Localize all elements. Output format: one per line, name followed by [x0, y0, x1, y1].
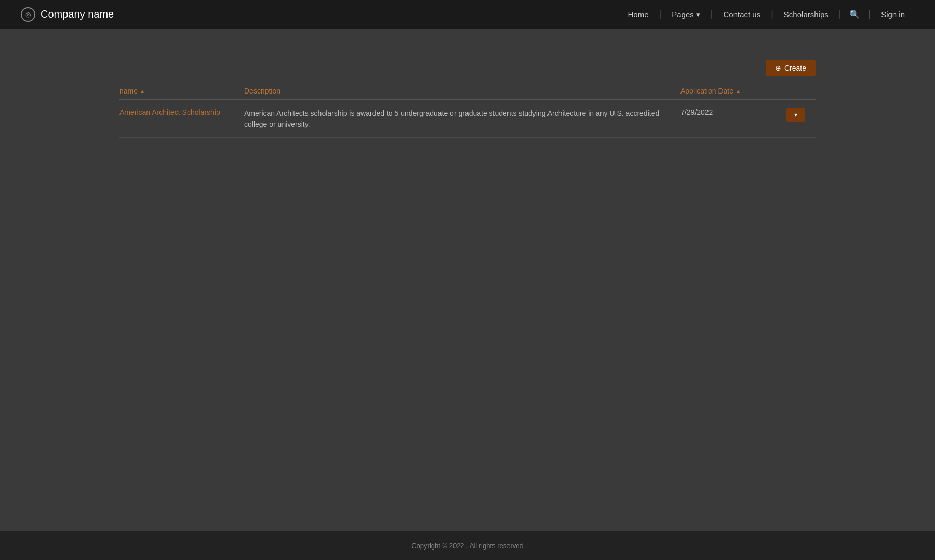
- nav-separator-5: |: [867, 9, 872, 20]
- sort-icon-name: ▲: [140, 88, 145, 94]
- nav-item-scholarships: Scholarships: [774, 10, 838, 19]
- nav-separator-1: |: [658, 9, 663, 20]
- sort-icon-date: ▲: [736, 88, 741, 94]
- nav-item-search: 🔍: [842, 9, 867, 19]
- nav-separator-4: |: [838, 9, 843, 20]
- signin-link[interactable]: Sign in: [872, 10, 914, 19]
- search-icon[interactable]: 🔍: [842, 9, 867, 19]
- nav-separator-2: |: [710, 9, 714, 20]
- scholarship-action-cell: ▾: [784, 108, 816, 122]
- scholarship-date-cell: 7/29/2022: [680, 108, 784, 116]
- column-header-actions: [784, 87, 816, 95]
- brand-name: Company name: [41, 8, 114, 20]
- create-button[interactable]: ⊕ Create: [766, 60, 816, 76]
- row-dropdown-button[interactable]: ▾: [786, 108, 805, 122]
- scholarship-description-cell: American Architects scholarship is award…: [244, 108, 680, 130]
- chevron-down-icon: ▾: [696, 10, 700, 19]
- main-content: ⊕ Create name ▲ Description Application …: [0, 29, 935, 506]
- column-header-description: Description: [244, 87, 680, 95]
- toolbar: ⊕ Create: [119, 60, 816, 76]
- table-header: name ▲ Description Application Date ▲: [119, 87, 816, 100]
- brand[interactable]: ◎ Company name: [21, 7, 114, 22]
- nav-link-scholarships[interactable]: Scholarships: [774, 10, 838, 19]
- scholarship-name-cell: American Architect Scholarship: [119, 108, 244, 116]
- table-row: American Architect Scholarship American …: [119, 101, 816, 138]
- brand-icon: ◎: [21, 7, 35, 22]
- scholarship-name-link[interactable]: American Architect Scholarship: [119, 108, 220, 116]
- nav-item-home: Home: [619, 10, 658, 19]
- footer: Copyright © 2022 . All rights reserved: [0, 531, 935, 560]
- nav-item-signin: Sign in: [872, 10, 914, 19]
- column-header-name[interactable]: name ▲: [119, 87, 244, 95]
- nav-item-contact: Contact us: [714, 10, 770, 19]
- footer-copyright: Copyright © 2022 . All rights reserved: [411, 542, 524, 550]
- navbar: ◎ Company name Home | Pages ▾ | Contact …: [0, 0, 935, 29]
- create-button-label: Create: [784, 64, 806, 72]
- nav-link-pages[interactable]: Pages ▾: [662, 10, 710, 19]
- nav-link-contact[interactable]: Contact us: [714, 10, 770, 19]
- chevron-down-icon: ▾: [794, 111, 797, 118]
- plus-icon: ⊕: [775, 64, 781, 72]
- column-header-date[interactable]: Application Date ▲: [680, 87, 784, 95]
- nav-link-home[interactable]: Home: [619, 10, 658, 19]
- nav-item-pages: Pages ▾: [662, 10, 710, 19]
- scholarships-table: name ▲ Description Application Date ▲ Am…: [119, 87, 816, 138]
- nav-separator-3: |: [770, 9, 774, 20]
- nav-menu: Home | Pages ▾ | Contact us | Scholarshi…: [619, 9, 914, 20]
